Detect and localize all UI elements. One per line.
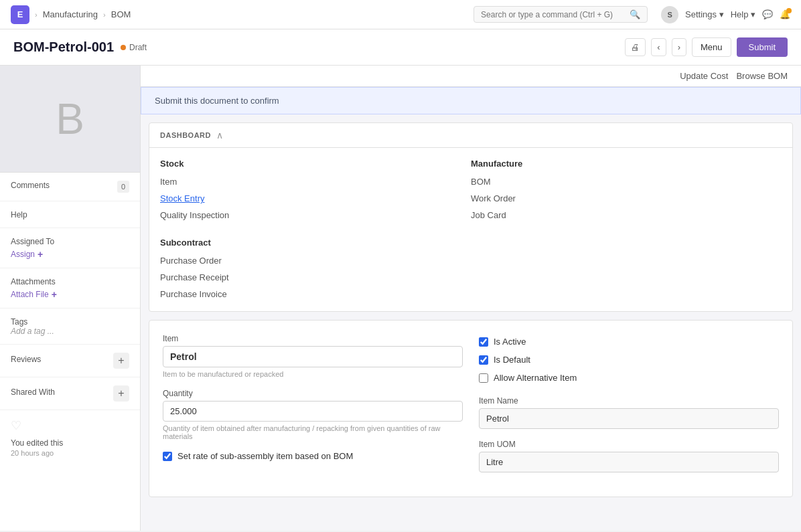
- search-bar: 🔍: [474, 6, 648, 23]
- browse-bom-button[interactable]: Browse BOM: [736, 71, 788, 81]
- content-area: Update Cost Browse BOM Submit this docum…: [141, 66, 801, 531]
- form-group-item-name: Item Name Petrol: [479, 396, 779, 429]
- dashboard-title: DASHBOARD: [160, 131, 211, 139]
- item-uom-label: Item UOM: [479, 440, 779, 449]
- dashboard-section: DASHBOARD ∧ Stock Item Stock Entry Quali…: [149, 122, 793, 312]
- notif-dot: [786, 8, 792, 13]
- footer-sub: 20 hours ago: [11, 449, 129, 457]
- sidebar-help[interactable]: Help: [0, 201, 140, 228]
- set-rate-checkbox-item: Set rate of sub-assembly item based on B…: [163, 451, 463, 461]
- add-tag-input[interactable]: Add a tag ...: [11, 327, 129, 336]
- nav-chevron-1: ›: [35, 11, 38, 19]
- dashboard-chevron-icon: ∧: [216, 130, 223, 141]
- comments-label: Comments: [11, 181, 50, 190]
- sidebar-tags: Tags Add a tag ...: [0, 308, 140, 345]
- form-group-item-uom: Item UOM Litre: [479, 440, 779, 472]
- nav-actions: S Settings ▾ Help ▾ 💬 🔔: [661, 6, 790, 23]
- stock-item-item: Item: [160, 177, 471, 187]
- nav-chevron-2: ›: [103, 11, 106, 19]
- sidebar-assigned-to: Assigned To Assign +: [0, 228, 140, 268]
- item-uom-value: Litre: [479, 452, 779, 472]
- heart-icon[interactable]: ♡: [11, 418, 129, 433]
- purchase-receipt-label: Purchase Receipt: [160, 272, 229, 282]
- subcontract-purchase-order: Purchase Order: [160, 256, 471, 266]
- is-default-item: Is Default: [479, 355, 779, 365]
- form-group-item: Item Item to be manufactured or repacked: [163, 334, 463, 378]
- bom-label: BOM: [471, 177, 491, 187]
- assign-button[interactable]: Assign +: [11, 249, 129, 260]
- work-order-label: Work Order: [471, 193, 516, 203]
- print-button[interactable]: 🖨: [625, 38, 646, 56]
- submit-button[interactable]: Submit: [737, 37, 788, 57]
- attach-file-button[interactable]: Attach File +: [11, 289, 129, 300]
- form-row-1: Item Item to be manufactured or repacked…: [163, 334, 779, 483]
- item-name-label: Item Name: [479, 396, 779, 406]
- is-default-label: Is Default: [494, 355, 530, 365]
- form-section: Item Item to be manufactured or repacked…: [149, 320, 793, 497]
- menu-button[interactable]: Menu: [692, 37, 731, 57]
- sidebar: B Comments 0 Help Assigned To Assign + A…: [0, 66, 141, 531]
- allow-alternative-checkbox[interactable]: [479, 373, 488, 383]
- sidebar-footer: ♡ You edited this 20 hours ago: [0, 410, 140, 465]
- assign-label: Assign: [11, 250, 35, 259]
- footer-text: You edited this: [11, 438, 129, 448]
- app-icon[interactable]: E: [11, 5, 29, 24]
- search-input[interactable]: [481, 10, 626, 19]
- dashboard-manufacture-col: Manufacture BOM Work Order Job Card: [471, 159, 782, 306]
- manufacture-job-card: Job Card: [471, 210, 782, 220]
- next-button[interactable]: ›: [672, 38, 686, 56]
- search-icon: 🔍: [630, 9, 640, 19]
- add-review-button[interactable]: +: [113, 353, 129, 369]
- item-label: Item: [163, 334, 463, 343]
- update-cost-button[interactable]: Update Cost: [680, 71, 728, 81]
- sidebar-comments: Comments 0: [0, 173, 140, 201]
- quantity-input[interactable]: [163, 401, 463, 422]
- notifications-button[interactable]: 🔔: [780, 9, 790, 19]
- stock-item-quality: Quality Inspection: [160, 210, 471, 220]
- help-button[interactable]: Help ▾: [731, 9, 755, 19]
- subcontract-purchase-receipt: Purchase Receipt: [160, 272, 471, 282]
- set-rate-checkbox[interactable]: [163, 452, 172, 461]
- is-default-checkbox[interactable]: [479, 355, 488, 365]
- settings-button[interactable]: Settings ▾: [685, 9, 724, 19]
- manufacture-work-order: Work Order: [471, 193, 782, 203]
- allow-alternative-item: Allow Alternative Item: [479, 373, 779, 383]
- nav-manufacturing[interactable]: Manufacturing: [43, 9, 98, 19]
- quality-inspection-label: Quality Inspection: [160, 210, 229, 220]
- dashboard-grid: Stock Item Stock Entry Quality Inspectio…: [149, 148, 792, 311]
- stock-entry-link[interactable]: Stock Entry: [160, 193, 204, 203]
- attach-plus-icon: +: [52, 289, 57, 300]
- reviews-label: Reviews: [11, 355, 41, 364]
- stock-item-stock-entry[interactable]: Stock Entry: [160, 193, 471, 203]
- alert-message: Submit this document to confirm: [155, 96, 279, 106]
- form-group-quantity: Quantity Quantity of item obtained after…: [163, 389, 463, 440]
- item-input[interactable]: [163, 346, 463, 367]
- alert-bar: Submit this document to confirm: [141, 87, 801, 114]
- page-title: BOM-Petrol-001: [13, 39, 114, 55]
- prev-button[interactable]: ‹: [651, 38, 666, 56]
- dashboard-header[interactable]: DASHBOARD ∧: [149, 123, 792, 148]
- main-layout: B Comments 0 Help Assigned To Assign + A…: [0, 66, 801, 531]
- job-card-label: Job Card: [471, 210, 506, 220]
- add-shared-button[interactable]: +: [113, 385, 129, 402]
- status-text: Draft: [129, 43, 147, 52]
- form-left-col: Item Item to be manufactured or repacked…: [163, 334, 463, 483]
- sidebar-image: B: [0, 66, 140, 173]
- is-active-label: Is Active: [494, 337, 526, 347]
- is-active-checkbox[interactable]: [479, 337, 488, 347]
- allow-alternative-label: Allow Alternative Item: [494, 373, 577, 383]
- subcontract-purchase-invoice: Purchase Invoice: [160, 289, 471, 299]
- top-nav: E › Manufacturing › BOM 🔍 S Settings ▾ H…: [0, 0, 801, 29]
- set-rate-label: Set rate of sub-assembly item based on B…: [177, 451, 353, 461]
- page-header: BOM-Petrol-001 Draft 🖨 ‹ › Menu Submit: [0, 29, 801, 66]
- chat-icon-button[interactable]: 💬: [762, 9, 773, 19]
- doc-title: BOM-Petrol-001 Draft: [13, 39, 147, 55]
- sidebar-image-letter: B: [56, 94, 84, 144]
- form-right-col: Is Active Is Default Allow Alternative I…: [479, 334, 779, 483]
- avatar: S: [661, 6, 678, 23]
- checkbox-group: Is Active Is Default Allow Alternative I…: [479, 334, 779, 383]
- stock-item-label: Item: [160, 177, 177, 187]
- nav-bom[interactable]: BOM: [111, 9, 131, 19]
- sidebar-reviews: Reviews +: [0, 345, 140, 377]
- tags-label: Tags: [11, 317, 27, 327]
